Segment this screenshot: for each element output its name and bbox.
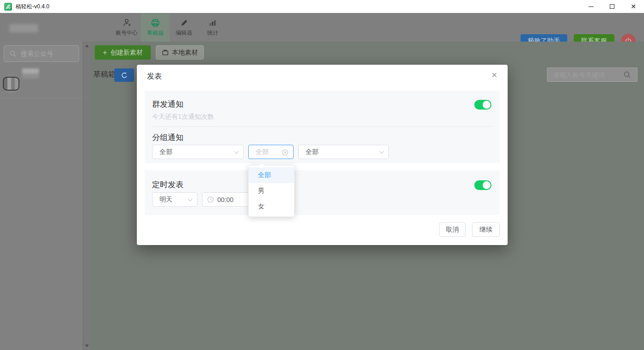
toggle-knob (483, 101, 491, 109)
sidebar-scrollbar[interactable] (83, 42, 91, 350)
account-keyword-input[interactable] (553, 71, 622, 79)
scroll-up-icon[interactable] (85, 44, 89, 47)
nav-tab-editor[interactable]: 编辑器 (170, 13, 198, 42)
minimize-icon (589, 6, 594, 7)
redacted-account-label (22, 68, 39, 79)
nav-label: 草稿箱 (147, 29, 164, 37)
window-title: 稿轻松-v0.4.0 (16, 3, 49, 11)
group-notice-title: 分组通知 (152, 132, 184, 143)
modal-close-icon[interactable]: ✕ (490, 70, 499, 80)
mass-notice-title: 群发通知 (152, 99, 184, 110)
plus-icon: + (103, 49, 107, 56)
group-select-2[interactable]: 全部 (248, 145, 294, 159)
nav-tab-account-center[interactable]: 账号中心 (112, 13, 141, 42)
local-material-label: 本地素材 (172, 49, 198, 57)
close-window-button[interactable]: ✕ (623, 0, 644, 13)
maximize-icon (610, 4, 614, 9)
modal-title: 发表 (147, 72, 162, 81)
schedule-toggle[interactable] (474, 180, 491, 190)
box-icon (162, 49, 169, 56)
main-nav: 账号中心 草稿箱 编辑器 统计 (112, 13, 227, 42)
nav-tab-stats[interactable]: 统计 (198, 13, 227, 42)
refresh-icon (121, 72, 128, 79)
chevron-down-icon (234, 149, 239, 154)
clock-icon (207, 196, 214, 203)
continue-button[interactable]: 继续 (472, 222, 500, 237)
maximize-button[interactable] (601, 0, 623, 13)
account-keyword-search-box[interactable] (547, 68, 638, 82)
pencil-icon (179, 18, 189, 28)
gender-dropdown-popup: 全部 男 女 (248, 165, 294, 217)
notice-section: 群发通知 今天还有1次通知次数 分组通知 全部 全部 全部 (145, 91, 500, 163)
refresh-button[interactable] (114, 68, 134, 82)
group-select-3[interactable]: 全部 (298, 145, 389, 159)
schedule-day-value: 明天 (159, 196, 172, 204)
schedule-section: 定时发表 明天 (145, 170, 500, 215)
dropdown-option-male[interactable]: 男 (249, 183, 294, 199)
draftbox-heading: 草稿箱 (93, 70, 116, 80)
dropdown-option-all[interactable]: 全部 (249, 167, 294, 183)
close-window-icon: ✕ (631, 3, 636, 10)
mass-notice-toggle[interactable] (474, 100, 491, 110)
group-select-3-value: 全部 (306, 148, 319, 156)
schedule-time-input[interactable] (217, 196, 245, 203)
nav-label: 编辑器 (176, 29, 192, 37)
nav-tab-draftbox[interactable]: 草稿箱 (141, 13, 170, 42)
local-material-button[interactable]: 本地素材 (156, 45, 204, 60)
titlebar: 稿轻松-v0.4.0 ✕ (0, 0, 644, 13)
clear-icon[interactable] (282, 149, 288, 156)
group-select-1-value: 全部 (159, 148, 172, 156)
group-select-1[interactable]: 全部 (152, 145, 244, 159)
account-sidebar (0, 42, 83, 350)
printer-icon (150, 18, 160, 28)
minimize-button[interactable] (580, 0, 601, 13)
create-material-button[interactable]: + 创建新素材 (95, 45, 151, 60)
account-list-item[interactable] (0, 65, 83, 98)
search-icon (623, 71, 631, 79)
cancel-button[interactable]: 取消 (439, 222, 466, 237)
sidebar-search-input[interactable] (21, 50, 74, 57)
create-material-label: 创建新素材 (110, 49, 143, 57)
publish-modal: 发表 ✕ 群发通知 今天还有1次通知次数 分组通知 全部 全部 全部 定时发表 (137, 65, 508, 245)
app-header: 账号中心 草稿箱 编辑器 统计 极致了助手 联系客服 (0, 13, 644, 42)
schedule-title: 定时发表 (152, 179, 184, 190)
group-select-2-value: 全部 (256, 148, 269, 156)
toggle-knob (483, 181, 491, 189)
nav-label: 账号中心 (116, 29, 138, 37)
sidebar-search-box[interactable] (4, 45, 79, 62)
redacted-account-name (9, 24, 38, 32)
chevron-down-icon (380, 149, 384, 154)
schedule-day-select[interactable]: 明天 (152, 192, 197, 207)
nav-label: 统计 (207, 29, 218, 37)
stats-icon (208, 18, 217, 28)
app-logo-icon (4, 3, 12, 11)
user-icon (122, 18, 132, 28)
avatar (3, 77, 19, 91)
mass-notice-subtitle: 今天还有1次通知次数 (152, 113, 214, 121)
divider (152, 126, 492, 127)
chevron-down-icon (188, 197, 193, 202)
dropdown-option-female[interactable]: 女 (249, 199, 294, 215)
search-icon (9, 50, 17, 57)
scroll-down-icon[interactable] (85, 344, 89, 347)
